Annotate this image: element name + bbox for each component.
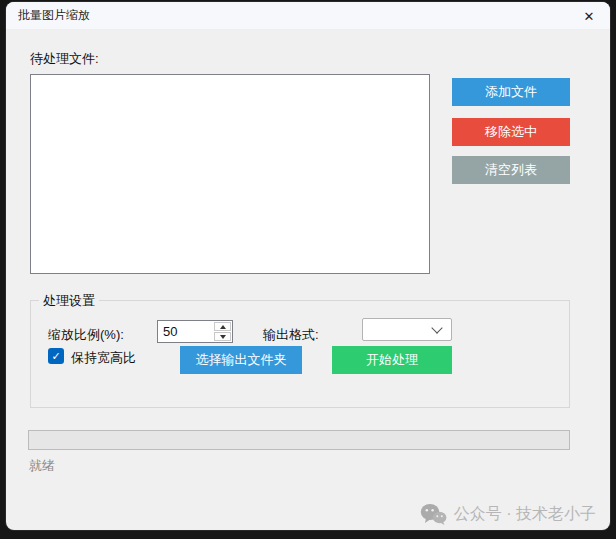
close-icon[interactable]: ✕	[572, 2, 606, 30]
scale-spinbox[interactable]: 50	[157, 320, 233, 343]
spinner-controls	[213, 321, 232, 342]
file-listbox[interactable]	[30, 74, 430, 274]
add-files-button[interactable]: 添加文件	[452, 78, 570, 106]
watermark-text: 公众号 · 技术老小子	[454, 504, 596, 525]
keep-ratio-checkbox[interactable]: ✓	[48, 348, 64, 364]
remove-selected-button[interactable]: 移除选中	[452, 118, 570, 146]
scale-value: 50	[158, 321, 213, 342]
status-text: 就绪	[29, 457, 55, 475]
settings-group-title: 处理设置	[39, 292, 99, 310]
chevron-down-icon	[431, 322, 442, 333]
format-combobox[interactable]	[362, 318, 452, 341]
arrow-up-icon	[220, 325, 226, 329]
spin-down-button[interactable]	[214, 332, 231, 341]
spin-up-button[interactable]	[214, 322, 231, 331]
pending-files-label: 待处理文件:	[30, 50, 99, 68]
arrow-down-icon	[220, 335, 226, 339]
keep-ratio-label: 保持宽高比	[71, 349, 136, 367]
start-processing-button[interactable]: 开始处理	[332, 346, 452, 374]
wechat-icon	[420, 503, 447, 526]
progress-bar	[28, 430, 570, 450]
title-bar: 批量图片缩放 ✕	[6, 2, 610, 30]
clear-list-button[interactable]: 清空列表	[452, 156, 570, 184]
window-title: 批量图片缩放	[6, 7, 90, 24]
format-label: 输出格式:	[263, 326, 319, 344]
watermark: 公众号 · 技术老小子	[420, 503, 596, 526]
scale-label: 缩放比例(%):	[48, 326, 124, 344]
app-window: 批量图片缩放 ✕ 待处理文件: 添加文件 移除选中 清空列表 处理设置 缩放比例…	[6, 2, 610, 530]
choose-output-folder-button[interactable]: 选择输出文件夹	[180, 346, 302, 374]
